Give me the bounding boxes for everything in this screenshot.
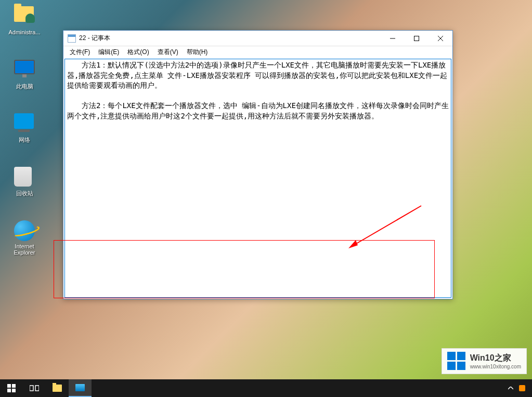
windows-logo-icon — [447, 352, 466, 370]
svg-rect-8 — [447, 362, 456, 370]
computer-icon — [14, 60, 35, 81]
svg-rect-9 — [457, 362, 465, 370]
tray-app-icon[interactable] — [516, 379, 528, 397]
svg-rect-10 — [7, 384, 11, 388]
menu-view[interactable]: 查看(V) — [153, 47, 183, 58]
notepad-app-icon — [68, 34, 76, 43]
icon-label: 回收站 — [6, 190, 43, 197]
taskbar-file-explorer[interactable] — [46, 379, 69, 397]
menubar: 文件(F) 编辑(E) 格式(O) 查看(V) 帮助(H) — [63, 46, 452, 58]
svg-rect-11 — [12, 384, 16, 388]
watermark-url: www.win10xitong.com — [470, 364, 521, 369]
window-title: 22 - 记事本 — [79, 34, 381, 43]
recycle-bin-icon — [14, 167, 35, 188]
notepad-window[interactable]: 22 - 记事本 文件(F) 编辑(E) 格式(O) 查看(V) 帮助(H) 方… — [63, 30, 453, 299]
folder-icon — [14, 6, 35, 27]
ie-icon — [14, 220, 35, 241]
menu-edit[interactable]: 编辑(E) — [94, 47, 123, 58]
text-area[interactable]: 方法1：默认情况下(没选中方法2中的选项)录像时只产生一个LXE文件，其它电脑播… — [64, 59, 451, 298]
watermark-title: Win10之家 — [470, 353, 521, 364]
titlebar[interactable]: 22 - 记事本 — [63, 31, 452, 46]
watermark: Win10之家 www.win10xitong.com — [442, 348, 527, 374]
desktop-icon-recycle-bin[interactable]: 回收站 — [6, 167, 43, 197]
svg-rect-1 — [414, 36, 419, 41]
icon-label: 网络 — [6, 136, 43, 144]
svg-rect-13 — [12, 389, 16, 392]
svg-rect-7 — [457, 352, 465, 360]
window-controls — [381, 31, 452, 46]
svg-rect-12 — [7, 389, 11, 392]
desktop-icon-network[interactable]: 网络 — [6, 113, 43, 144]
menu-help[interactable]: 帮助(H) — [183, 47, 212, 58]
taskbar — [0, 379, 532, 397]
taskbar-screen-recorder[interactable] — [69, 379, 92, 397]
system-tray — [505, 379, 532, 397]
icon-label: 此电脑 — [6, 83, 43, 90]
desktop-icon-user-folder[interactable]: Administra... — [6, 6, 43, 35]
maximize-button[interactable] — [405, 31, 429, 46]
svg-rect-14 — [30, 386, 33, 391]
svg-rect-6 — [447, 352, 456, 360]
icon-label: Administra... — [6, 29, 43, 35]
menu-file[interactable]: 文件(F) — [66, 47, 94, 58]
close-button[interactable] — [429, 31, 452, 46]
desktop-icon-this-pc[interactable]: 此电脑 — [6, 60, 43, 90]
icon-label: Internet Explorer — [6, 243, 43, 256]
task-view-button[interactable] — [23, 379, 46, 397]
menu-format[interactable]: 格式(O) — [123, 47, 153, 58]
network-icon — [14, 113, 35, 134]
svg-rect-15 — [35, 386, 39, 391]
desktop-icon-ie[interactable]: Internet Explorer — [6, 220, 43, 256]
tray-chevron-up-icon[interactable] — [505, 379, 516, 397]
minimize-button[interactable] — [381, 31, 405, 46]
start-button[interactable] — [0, 379, 23, 397]
